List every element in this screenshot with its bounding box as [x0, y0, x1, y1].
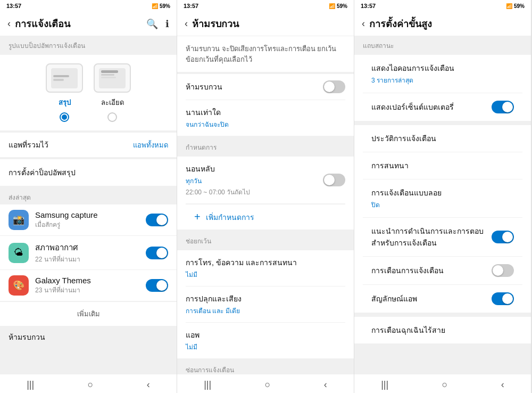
popup-section-label: รูปแบบป็อปอัพการแจ้งเตือน: [0, 36, 177, 53]
toggle-app-2[interactable]: [146, 279, 168, 292]
app-icon-1: 🌤: [9, 243, 29, 263]
add-schedule-label: เพิ่มกำหนดการ: [206, 211, 254, 223]
toggle-app-0[interactable]: [146, 214, 168, 226]
battery-1: 59%: [160, 3, 170, 9]
adv-item-floating[interactable]: การแจ้งเตือนแบบลอย ปิด: [363, 179, 522, 218]
adv-item-battery[interactable]: แสดงเปอร์เซ็นต์แบตเตอรี่: [363, 93, 522, 121]
adv-item-history[interactable]: ประวัติการแจ้งเตือน: [363, 125, 522, 152]
emergency-card: การเตือนฉุกเฉินไร้สาย: [354, 317, 531, 343]
dnd-toggle[interactable]: [323, 80, 345, 93]
time-2: 13:57: [184, 3, 198, 9]
adv-label-battery: แสดงเปอร์เซ็นต์แบตเตอรี่: [371, 101, 454, 113]
nav-home-3[interactable]: ○: [442, 379, 448, 390]
popup-settings-label: การตั้งค่าป็อปอัพสรุป: [9, 168, 76, 177]
toggle-app-1[interactable]: [146, 247, 168, 259]
preview-frame-detail: [94, 63, 131, 93]
preview-detail[interactable]: ละเอียด: [94, 63, 131, 122]
app-time-2: 23 นาทีที่ผ่านมา: [35, 285, 146, 295]
time-3: 13:57: [361, 3, 376, 9]
content-2: ห้ามรบกวน จะปิดเสียงการโทรและการเตือน ยก…: [177, 36, 354, 374]
adv-item-badge[interactable]: สัญลักษณ์แอพ: [363, 285, 522, 313]
app-name-1: สภาพอากาศ: [35, 241, 146, 254]
signal-icon-2: 📶: [329, 3, 335, 9]
app-item-2[interactable]: 🎨 Galaxy Themes 23 นาทีที่ผ่านมา: [0, 270, 177, 301]
info-icon-1[interactable]: ℹ: [165, 18, 169, 30]
status-icons-1: 📶 59%: [152, 3, 170, 9]
back-btn-1[interactable]: ‹: [7, 18, 11, 29]
schedule-sleep-sub: ทุกวัน: [186, 176, 323, 186]
status-items-card: แสดงไอคอนการแจ้งเตือน 3 รายการล่าสุด แสด…: [354, 55, 531, 121]
schedule-sleep-info: นอนหลับ ทุกวัน 22:00 ~ 07:00 วันถัดไป: [186, 163, 323, 197]
toggle-suggest[interactable]: [492, 231, 514, 243]
preview-summary[interactable]: สรุป: [46, 63, 83, 122]
nav-back-2[interactable]: ‹: [324, 379, 327, 390]
nav-menu-3[interactable]: |||: [381, 379, 388, 390]
status-icons-3: 📶 59%: [506, 3, 525, 9]
app-info-1: สภาพอากาศ 22 นาทีที่ผ่านมา: [35, 241, 146, 264]
adv-label-notif-icon: แสดงไอคอนการแจ้งเตือน: [371, 62, 514, 74]
nav-icons-1: 🔍 ℹ: [146, 18, 169, 30]
adv-item-alert[interactable]: การเตือนการแจ้งเตือน: [363, 257, 522, 285]
nav-back-3[interactable]: ‹: [501, 379, 504, 390]
app-time-1: 22 นาทีที่ผ่านมา: [35, 254, 146, 264]
time-1: 13:57: [6, 3, 21, 9]
search-icon-1[interactable]: 🔍: [146, 18, 158, 30]
app-name-0: Samsung capture: [35, 210, 146, 219]
popup-settings-card[interactable]: การตั้งค่าป็อปอัพสรุป: [0, 159, 177, 186]
nav-back-1[interactable]: ‹: [147, 379, 150, 390]
bottom-nav-3: ||| ○ ‹: [354, 374, 531, 393]
nav-header-3: ‹ การตั้งค่าขั้นสูง: [354, 12, 531, 36]
nav-header-2: ‹ ห้ามรบกวน: [177, 12, 354, 36]
nav-home-1[interactable]: ○: [88, 379, 94, 390]
dnd-main-toggle-row[interactable]: ห้ามรบกวน: [186, 74, 345, 100]
content-3: แถบสถานะ แสดงไอคอนการแจ้งเตือน 3 รายการล…: [354, 36, 531, 374]
adv-item-emergency[interactable]: การเตือนฉุกเฉินไร้สาย: [363, 317, 522, 343]
app-icon-0: 📸: [9, 210, 29, 230]
hide-section-header: ซ่อนการแจ้งเตือน: [177, 361, 354, 374]
exception-2[interactable]: แอพ ไม่มี: [186, 323, 345, 358]
exceptions-card: การโทร, ข้อความ และการสนทนา ไม่มี การปลุ…: [177, 250, 354, 358]
back-btn-2[interactable]: ‹: [185, 18, 188, 29]
app-info-2: Galaxy Themes 23 นาทีที่ผ่านมา: [35, 276, 146, 295]
nav-home-2[interactable]: ○: [265, 379, 271, 390]
preview-inner-summary: [51, 68, 78, 88]
schedule-sleep-toggle[interactable]: [323, 174, 345, 186]
battery-2: 59%: [337, 3, 347, 9]
radio-detail[interactable]: [107, 112, 117, 122]
add-plus-icon: +: [194, 211, 201, 223]
apps-section-label: แอพที่รวมไว้: [9, 139, 48, 151]
panel-notifications: 13:57 📶 59% ‹ การแจ้งเตือน 🔍 ℹ รูปแบบป็อ…: [0, 0, 177, 393]
dnd-main-toggle-card: ห้ามรบกวน นานเท่าใด จนกว่าฉันจะปิด: [177, 74, 354, 136]
popup-preview: สรุป ละเอียด: [0, 55, 177, 130]
more-btn[interactable]: เพิ่มเติม: [0, 301, 177, 326]
apps-link[interactable]: แอพทั้งหมด: [133, 140, 168, 151]
schedule-sleep-row[interactable]: นอนหลับ ทุกวัน 22:00 ~ 07:00 วันถัดไป: [186, 157, 345, 204]
bottom-nav-1: ||| ○ ‹: [0, 374, 177, 393]
toggle-alert[interactable]: [492, 264, 514, 277]
exception-1[interactable]: การปลุกและเสียง การเตือน และ มีเดีย: [186, 286, 345, 323]
back-btn-3[interactable]: ‹: [362, 18, 365, 29]
adv-item-notif-icon[interactable]: แสดงไอคอนการแจ้งเตือน 3 รายการล่าสุด: [363, 55, 522, 93]
adv-item-suggest[interactable]: แนะนำการดำเนินการและการตอบสำหรับการแจ้งเ…: [363, 218, 522, 257]
app-item-0[interactable]: 📸 Samsung capture เมื่อสักครู่: [0, 204, 177, 236]
dnd-duration-row[interactable]: นานเท่าใด จนกว่าฉันจะปิด: [186, 100, 345, 136]
add-schedule-btn[interactable]: + เพิ่มกำหนดการ: [186, 204, 345, 230]
adv-sub-notif-icon: 3 รายการล่าสุด: [371, 75, 514, 85]
adv-item-conversations[interactable]: การสนทนา: [363, 152, 522, 179]
toggle-battery[interactable]: [492, 101, 514, 113]
bottom-nav-2: ||| ○ ‹: [177, 374, 354, 393]
preview-frame-summary: [46, 63, 83, 93]
preview-inner-detail: [99, 68, 126, 88]
exception-0[interactable]: การโทร, ข้อความ และการสนทนา ไม่มี: [186, 250, 345, 286]
app-time-0: เมื่อสักครู่: [35, 219, 146, 230]
status-icons-2: 📶 59%: [329, 3, 347, 9]
status-bar-3: 13:57 📶 59%: [354, 0, 531, 12]
radio-summary[interactable]: [60, 112, 69, 122]
nav-menu-1[interactable]: |||: [27, 379, 34, 390]
battery-3: 59%: [514, 3, 525, 9]
toggle-badge[interactable]: [492, 292, 514, 305]
nav-menu-2[interactable]: |||: [204, 379, 211, 390]
apps-card: แอพที่รวมไว้ แอพทั้งหมด: [0, 133, 177, 157]
content-1: รูปแบบป็อปอัพการแจ้งเตือน สรุป: [0, 36, 177, 374]
app-item-1[interactable]: 🌤 สภาพอากาศ 22 นาทีที่ผ่านมา: [0, 236, 177, 270]
